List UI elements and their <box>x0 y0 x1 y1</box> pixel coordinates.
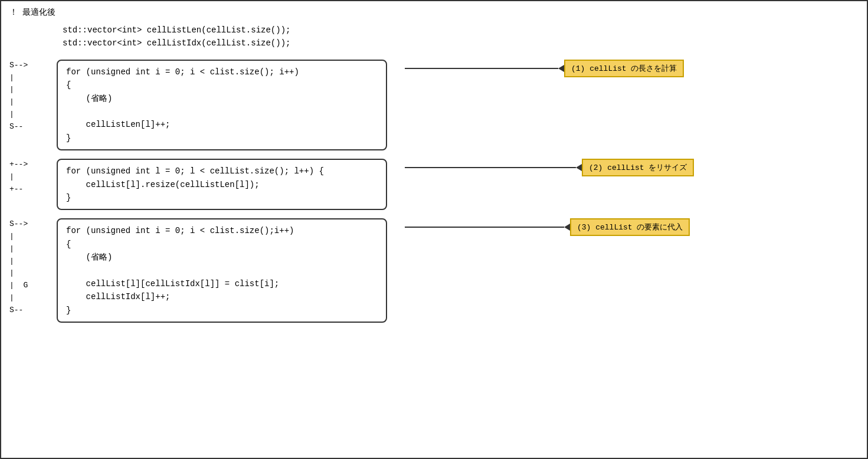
code-line: for (unsigned int i = 0; i < clist.size(… <box>66 65 378 78</box>
code-line: { <box>66 78 378 91</box>
section-3-arrow <box>405 224 570 231</box>
section-2-arrow <box>405 164 582 171</box>
section-3-code: for (unsigned int i = 0; i < clist.size(… <box>57 218 387 323</box>
code-line: cellList[l][cellListIdx[l]] = clist[i]; <box>66 277 378 290</box>
preamble-line2: std::vector<int> cellListIdx(cellList.si… <box>63 37 859 50</box>
section-3-arrow-area: (3) cellList の要素に代入 <box>405 218 859 236</box>
code-line: for (unsigned int l = 0; l < cellList.si… <box>66 165 378 178</box>
code-line: cellListIdx[l]++; <box>66 290 378 303</box>
code-line: } <box>66 304 378 317</box>
preamble-line1: std::vector<int> cellListLen(cellList.si… <box>63 24 859 37</box>
section-1-annotation: (1) cellList の長さを計算 <box>564 60 684 77</box>
section-1-label: S-->||||S-- <box>9 60 57 133</box>
code-line <box>66 105 378 118</box>
arrow-head <box>564 224 570 231</box>
section-2-code: for (unsigned int l = 0; l < cellList.si… <box>57 159 387 210</box>
section-2: +-->|+-- for (unsigned int l = 0; l < ce… <box>9 159 859 210</box>
code-line: for (unsigned int i = 0; i < clist.size(… <box>66 224 378 237</box>
arrow-head <box>558 65 564 72</box>
title: ！ 最適化後 <box>9 7 859 18</box>
arrow-shaft <box>405 227 564 228</box>
section-2-arrow-area: (2) cellList をリサイズ <box>405 159 859 176</box>
arrow-head <box>576 164 582 171</box>
section-3-annotation: (3) cellList の要素に代入 <box>570 218 690 236</box>
section-1-code: for (unsigned int i = 0; i < clist.size(… <box>57 60 387 150</box>
code-line: (省略) <box>66 251 378 264</box>
section-3-label: S-->||||| G|S-- <box>9 218 57 316</box>
arrow-shaft <box>405 68 558 69</box>
code-line: (省略) <box>66 92 378 105</box>
section-2-annotation: (2) cellList をリサイズ <box>582 159 694 176</box>
section-2-label: +-->|+-- <box>9 159 57 195</box>
section-1-arrow <box>405 65 564 72</box>
code-line: cellList[l].resize(cellListLen[l]); <box>66 178 378 191</box>
code-line: } <box>66 132 378 145</box>
code-line <box>66 264 378 277</box>
main-container: ！ 最適化後 std::vector<int> cellListLen(cell… <box>0 0 868 459</box>
arrow-shaft <box>405 167 576 168</box>
code-line: { <box>66 238 378 251</box>
section-3: S-->||||| G|S-- for (unsigned int i = 0;… <box>9 218 859 323</box>
section-1-arrow-area: (1) cellList の長さを計算 <box>405 60 859 77</box>
code-line: } <box>66 191 378 204</box>
preamble: std::vector<int> cellListLen(cellList.si… <box>63 24 859 50</box>
code-line: cellListLen[l]++; <box>66 118 378 131</box>
section-1: S-->||||S-- for (unsigned int i = 0; i <… <box>9 60 859 150</box>
